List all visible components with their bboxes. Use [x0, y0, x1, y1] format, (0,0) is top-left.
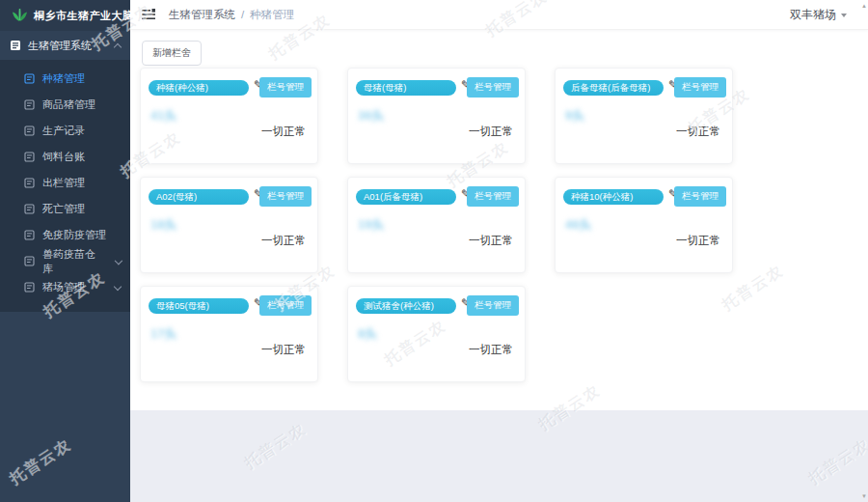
vertical-scrollbar[interactable]: ▲ ▼ — [859, 0, 868, 502]
pen-name-pill: A02(母猪) — [149, 189, 249, 205]
sidebar-submenu: 种猪管理 商品猪管理 生产记录 饲料台账 出栏管理 — [0, 60, 130, 312]
breadcrumb: 生猪管理系统 / 种猪管理 — [169, 8, 294, 22]
menu-item-label: 生产记录 — [42, 124, 85, 138]
menu-item-label: 死亡管理 — [42, 202, 85, 216]
top-navbar: 生猪管理系统 / 种猪管理 双丰猪场 — [130, 0, 868, 30]
chevron-down-icon — [841, 14, 847, 17]
pen-card: A01(后备母猪) ✎ 栏号管理 19头 一切正常 — [347, 177, 526, 273]
sidebar-menu-item[interactable]: 商品猪管理 — [0, 92, 130, 118]
toolbar: 新增栏舍 — [142, 41, 202, 66]
pen-card: A02(母猪) ✎ 栏号管理 18头 一切正常 — [140, 177, 318, 273]
menu-item-label: 出栏管理 — [42, 176, 85, 190]
farm-selector[interactable]: 双丰猪场 — [790, 7, 847, 23]
chevron-down-icon — [114, 282, 122, 290]
breadcrumb-current: 种猪管理 — [250, 8, 294, 22]
pen-status-text: 一切正常 — [676, 125, 720, 139]
pen-number-manage-button[interactable]: 栏号管理 — [259, 295, 312, 316]
pen-card-grid: 种猪(种公猪) ✎ 栏号管理 41头 一切正常 母猪(母猪) ✎ 栏号管理 36… — [140, 68, 733, 382]
pen-card: 后备母猪(后备母猪) ✎ 栏号管理 9头 一切正常 — [555, 68, 733, 164]
menu-item-label: 免疫防疫管理 — [42, 228, 106, 242]
production-record-icon — [24, 126, 35, 136]
leaf-logo-icon — [12, 9, 28, 22]
sidebar-menu-item[interactable]: 免疫防疫管理 — [0, 222, 130, 248]
pig-count-blurred: 17头 — [150, 325, 176, 343]
menu-item-label: 种猪管理 — [42, 71, 85, 86]
sidebar: 桐乡市生猪产业大脑 生猪管理系统 种猪管理 商品猪管理 生产记录 — [0, 0, 130, 502]
breadcrumb-separator: / — [241, 9, 244, 20]
pen-number-manage-button[interactable]: 栏号管理 — [259, 186, 312, 207]
pen-name-pill: 测试猪舍(种公猪) — [356, 298, 456, 314]
sidebar-menu-item[interactable]: 猪场管理 — [0, 274, 130, 300]
pen-name-pill: A01(后备母猪) — [356, 189, 456, 205]
pen-status-text: 一切正常 — [469, 234, 513, 248]
menu-item-label: 饲料台账 — [42, 150, 85, 164]
pen-name-pill: 母猪05(母猪) — [149, 298, 249, 314]
scroll-up-icon[interactable]: ▲ — [861, 3, 867, 9]
scroll-down-icon[interactable]: ▼ — [861, 493, 867, 499]
main-content: 新增栏舍 种猪(种公猪) ✎ 栏号管理 41头 一切正常 母猪(母猪) ✎ 栏号… — [130, 29, 868, 502]
hamburger-icon[interactable] — [142, 9, 155, 20]
pen-name-pill: 种猪(种公猪) — [149, 80, 249, 96]
pen-status-text: 一切正常 — [261, 343, 306, 357]
pen-status-text: 一切正常 — [676, 234, 720, 248]
menu-item-label: 猪场管理 — [42, 280, 85, 294]
feed-ledger-icon — [24, 152, 35, 162]
pig-count-blurred: 36头 — [358, 107, 384, 125]
clipboard-icon — [10, 40, 21, 51]
sidebar-root-label: 生猪管理系统 — [28, 39, 92, 53]
pig-count-blurred: 46头 — [565, 216, 591, 234]
sidebar-menu-item[interactable]: 出栏管理 — [0, 170, 130, 196]
commodity-pig-icon — [24, 99, 35, 110]
page-background — [130, 410, 868, 502]
sidebar-menu-item[interactable]: 死亡管理 — [0, 196, 130, 222]
app-window: 桐乡市生猪产业大脑 生猪管理系统 种猪管理 商品猪管理 生产记录 — [0, 0, 868, 502]
vaccine-warehouse-icon — [24, 256, 35, 266]
pig-farm-icon — [24, 282, 35, 293]
app-title: 桐乡市生猪产业大脑 — [34, 9, 134, 23]
chevron-up-icon — [114, 42, 122, 50]
pen-status-text: 一切正常 — [469, 343, 513, 357]
pen-status-text: 一切正常 — [469, 125, 513, 139]
menu-item-label: 兽药疫苗仓库 — [42, 247, 100, 276]
pen-card: 母猪05(母猪) ✎ 栏号管理 17头 一切正常 — [140, 286, 318, 382]
sidebar-menu-item[interactable]: 生产记录 — [0, 118, 130, 144]
sidebar-root-menu[interactable]: 生猪管理系统 — [0, 31, 130, 60]
pen-number-manage-button[interactable]: 栏号管理 — [674, 186, 726, 207]
breeding-pig-icon — [24, 73, 35, 84]
pig-count-blurred: 8头 — [358, 325, 377, 343]
pen-number-manage-button[interactable]: 栏号管理 — [259, 77, 312, 98]
pen-card: 母猪(母猪) ✎ 栏号管理 36头 一切正常 — [347, 68, 526, 164]
immunization-icon — [24, 230, 35, 240]
pig-count-blurred: 41头 — [150, 107, 176, 125]
sidebar-menu-item[interactable]: 种猪管理 — [0, 66, 130, 92]
outbound-icon — [24, 178, 35, 188]
pen-number-manage-button[interactable]: 栏号管理 — [467, 295, 519, 316]
pen-number-manage-button[interactable]: 栏号管理 — [674, 77, 726, 98]
pen-name-pill: 后备母猪(后备母猪) — [563, 80, 664, 96]
pen-name-pill: 种猪10(种公猪) — [563, 189, 664, 205]
breadcrumb-root[interactable]: 生猪管理系统 — [169, 8, 235, 22]
farm-selector-label: 双丰猪场 — [790, 7, 836, 23]
pen-status-text: 一切正常 — [261, 234, 306, 248]
pig-count-blurred: 19头 — [358, 216, 384, 234]
pen-card: 种猪(种公猪) ✎ 栏号管理 41头 一切正常 — [140, 68, 318, 164]
logo-bar: 桐乡市生猪产业大脑 — [0, 0, 130, 31]
chevron-down-icon — [114, 256, 122, 264]
pig-count-blurred: 9头 — [565, 107, 584, 125]
pen-number-manage-button[interactable]: 栏号管理 — [467, 186, 519, 207]
sidebar-menu-item[interactable]: 饲料台账 — [0, 144, 130, 170]
pen-number-manage-button[interactable]: 栏号管理 — [467, 77, 519, 98]
menu-item-label: 商品猪管理 — [42, 98, 95, 112]
pen-card: 种猪10(种公猪) ✎ 栏号管理 46头 一切正常 — [555, 177, 733, 273]
pig-count-blurred: 18头 — [150, 216, 176, 234]
pen-status-text: 一切正常 — [261, 125, 306, 139]
pen-card: 测试猪舍(种公猪) ✎ 栏号管理 8头 一切正常 — [347, 286, 526, 382]
pen-name-pill: 母猪(母猪) — [356, 80, 456, 96]
sidebar-menu-item[interactable]: 兽药疫苗仓库 — [0, 248, 130, 274]
death-record-icon — [24, 204, 35, 214]
add-pen-button[interactable]: 新增栏舍 — [142, 41, 202, 66]
